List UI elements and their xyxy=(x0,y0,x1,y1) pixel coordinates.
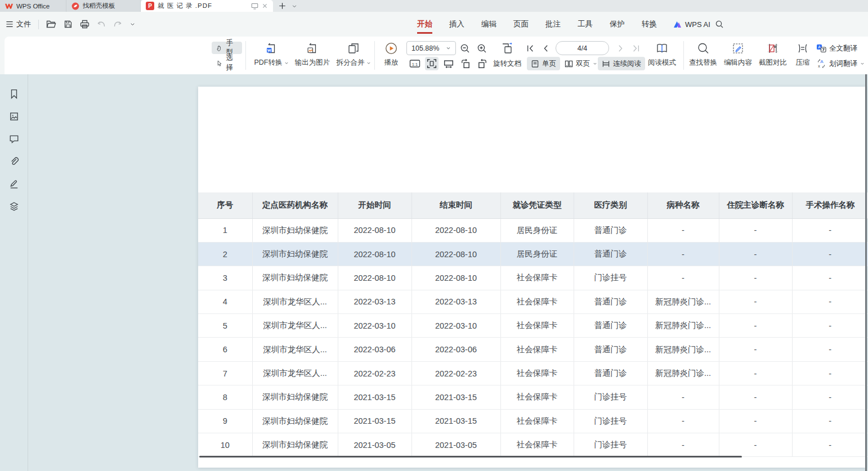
menu-item-start[interactable]: 开始 xyxy=(417,12,432,37)
menu-item-annotate[interactable]: 批注 xyxy=(545,12,561,37)
zoom-in-icon xyxy=(477,43,487,53)
rotate-doc-button[interactable]: 旋转文档 xyxy=(493,57,521,70)
chevron-down-icon xyxy=(366,61,371,65)
chevron-down-icon[interactable] xyxy=(129,21,136,27)
print-icon[interactable] xyxy=(80,20,90,29)
save-icon[interactable] xyxy=(64,20,73,29)
menu-item-protect[interactable]: 保护 xyxy=(610,12,625,37)
word-translate-icon: A x xyxy=(816,59,826,69)
menu-item-insert[interactable]: 插入 xyxy=(449,12,464,37)
column-header: 住院主诊断名称 xyxy=(719,192,792,218)
select-tool-button[interactable]: 选择 xyxy=(212,57,242,69)
table-row: 6深圳市龙华区人...2022-03-062022-03-06社会保障卡普通门诊… xyxy=(198,338,868,361)
tab-bar: WPS Office 找稻壳模板 P 就 医 记 录 .PDF xyxy=(0,0,868,12)
global-search-button[interactable] xyxy=(715,12,724,37)
rotate-right-button[interactable] xyxy=(476,57,489,70)
menu-bar: 文件 xyxy=(0,12,868,37)
redo-icon[interactable] xyxy=(113,20,122,28)
compress-button[interactable]: 压缩 xyxy=(790,41,815,70)
last-page-button[interactable] xyxy=(629,42,643,55)
zoom-in-button[interactable] xyxy=(475,42,489,55)
undo-icon[interactable] xyxy=(97,20,106,28)
find-replace-button[interactable]: 查找替换 xyxy=(686,41,721,70)
menu-item-page[interactable]: 页面 xyxy=(513,12,529,37)
divider xyxy=(245,41,246,70)
tab-docer[interactable]: 找稻壳模板 xyxy=(66,0,141,12)
layers-icon[interactable] xyxy=(9,201,19,212)
tab-document[interactable]: P 就 医 记 录 .PDF xyxy=(141,0,273,12)
play-button[interactable]: 播放 xyxy=(378,41,404,70)
hand-tool-button[interactable]: 手型 xyxy=(212,42,242,54)
swap-pages-button[interactable] xyxy=(499,42,516,55)
file-cluster: 文件 xyxy=(6,12,136,37)
table-cell: 社会保障卡 xyxy=(500,338,574,361)
full-translate-button[interactable]: A 全文翻译 xyxy=(816,42,857,55)
attachment-icon[interactable] xyxy=(9,156,19,167)
comment-icon[interactable] xyxy=(9,134,19,144)
play-label: 播放 xyxy=(384,58,399,68)
table-cell: - xyxy=(647,409,719,433)
screenshot-compare-button[interactable]: 截图对比 xyxy=(755,41,790,70)
thumbnail-icon[interactable] xyxy=(9,111,19,122)
file-menu-button[interactable]: 文件 xyxy=(6,19,31,29)
bookmark-icon[interactable] xyxy=(9,89,19,99)
table-cell: 深圳市妇幼保健院 xyxy=(252,266,338,290)
divider xyxy=(38,20,39,29)
column-header: 定点医药机构名称 xyxy=(252,192,338,218)
zoom-level-select[interactable]: 105.88% xyxy=(406,41,456,55)
table-cell: 2022-02-23 xyxy=(411,361,500,385)
wps-ai-label: WPS AI xyxy=(685,20,710,29)
menu-item-convert[interactable]: 转换 xyxy=(642,12,657,37)
table-cell: 门诊挂号 xyxy=(574,409,647,433)
single-page-icon xyxy=(531,60,539,68)
edit-content-icon xyxy=(732,42,744,55)
zoom-out-button[interactable] xyxy=(458,42,472,55)
word-translate-label: 划词翻译 xyxy=(829,59,857,69)
actual-size-button[interactable]: 1:1 xyxy=(408,57,422,70)
close-icon[interactable] xyxy=(262,3,268,9)
table-cell: 深圳市龙华区人... xyxy=(252,290,338,313)
table-row: 8深圳市妇幼保健院2021-03-152021-03-15社会保障卡门诊挂号--… xyxy=(198,385,868,409)
medical-records-table: 序号定点医药机构名称开始时间结束时间就诊凭证类型医疗类别病种名称住院主诊断名称手… xyxy=(198,192,868,457)
read-mode-button[interactable]: 阅读模式 xyxy=(644,41,680,70)
vertical-scrollbar[interactable] xyxy=(865,74,867,471)
edit-content-button[interactable]: 编辑内容 xyxy=(721,41,755,70)
pdf-page: 序号定点医药机构名称开始时间结束时间就诊凭证类型医疗类别病种名称住院主诊断名称手… xyxy=(198,87,866,468)
fit-page-button[interactable] xyxy=(425,57,439,70)
pdf-convert-icon xyxy=(265,42,278,55)
table-cell: 普通门诊 xyxy=(574,338,647,361)
wps-ai-button[interactable]: WPS AI xyxy=(673,12,710,37)
fit-width-button[interactable] xyxy=(442,57,455,70)
next-page-button[interactable] xyxy=(614,42,627,55)
export-image-button[interactable]: 输出为图片 xyxy=(291,41,334,70)
monitor-icon[interactable] xyxy=(251,3,258,10)
column-header: 序号 xyxy=(198,192,252,218)
menu-item-tools[interactable]: 工具 xyxy=(578,12,593,37)
table-cell: 社会保障卡 xyxy=(500,314,574,338)
table-row: 10深圳市妇幼保健院2021-03-052021-03-05社会保障卡门诊挂号-… xyxy=(198,433,868,457)
single-page-button[interactable]: 单页 xyxy=(527,57,560,70)
pdf-convert-button[interactable]: PDF转换 xyxy=(250,41,293,70)
continuous-read-button[interactable]: 连续阅读 xyxy=(598,57,645,70)
double-page-button[interactable]: 双页 xyxy=(561,57,601,70)
word-translate-button[interactable]: A x 划词翻译 xyxy=(816,57,865,70)
search-icon xyxy=(715,20,724,29)
first-page-button[interactable] xyxy=(524,42,537,55)
open-folder-icon[interactable] xyxy=(46,20,56,29)
continuous-read-icon xyxy=(602,60,610,68)
tab-wps-office[interactable]: WPS Office xyxy=(0,0,66,12)
new-tab-plus-icon[interactable] xyxy=(279,2,286,10)
table-cell: 门诊挂号 xyxy=(574,433,647,457)
embedded-scrollbar xyxy=(199,456,742,457)
rotate-left-button[interactable] xyxy=(459,57,472,70)
file-menu-label: 文件 xyxy=(16,19,31,29)
prev-page-button[interactable] xyxy=(539,42,553,55)
table-cell: - xyxy=(719,361,792,385)
page-indicator-input[interactable]: 4/4 xyxy=(556,41,609,55)
menu-item-edit[interactable]: 编辑 xyxy=(481,12,496,37)
signature-icon[interactable] xyxy=(9,179,19,189)
table-cell: 门诊挂号 xyxy=(574,266,647,290)
split-merge-button[interactable]: 拆分合并 xyxy=(332,41,375,70)
table-cell: - xyxy=(792,218,868,242)
tab-list-chevron-icon[interactable] xyxy=(292,3,297,9)
